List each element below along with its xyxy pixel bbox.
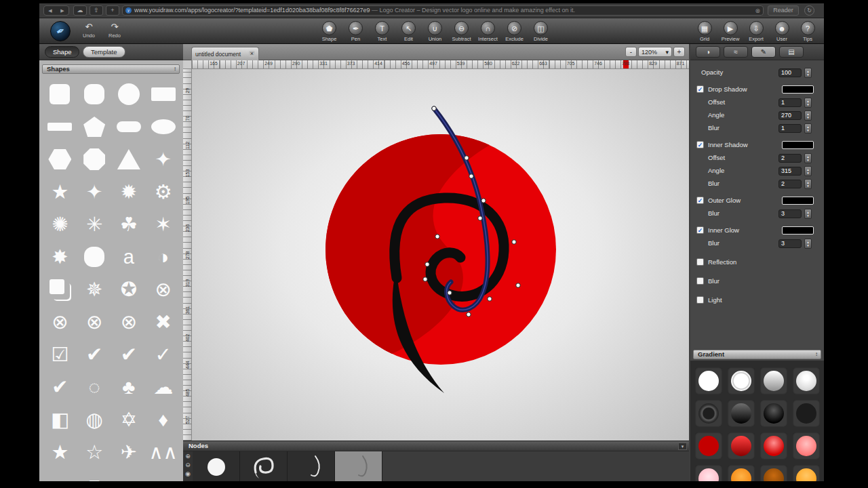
shape-sun-badge[interactable]: ✳	[79, 209, 110, 240]
gradient-dark-ring[interactable]	[695, 400, 722, 427]
gradient-white-radial[interactable]	[793, 367, 820, 394]
remove-layer[interactable]: ⊖	[184, 462, 192, 469]
offset-6-input[interactable]: 2	[778, 154, 802, 163]
shape-heavy-x[interactable]: ✖	[148, 306, 179, 338]
outer-glow-9-checkbox[interactable]: ✓	[696, 197, 704, 204]
reader-button[interactable]: Reader	[768, 5, 799, 16]
shape-rectangle[interactable]	[148, 79, 179, 110]
drop-shadow-1-color-swatch[interactable]	[782, 85, 814, 94]
opacity-0-input[interactable]: 100	[778, 68, 802, 77]
shape-half-circle[interactable]: ◑	[148, 241, 179, 272]
bezier-node[interactable]	[467, 312, 471, 317]
bezier-node[interactable]	[432, 106, 436, 110]
shape-blob-square[interactable]	[79, 241, 110, 272]
blur-8-input[interactable]: 2	[778, 180, 802, 188]
drop-shadow-1-checkbox[interactable]: ✓	[696, 85, 704, 93]
offset-2-stepper[interactable]: ▲▼	[804, 98, 812, 108]
gradient-white-linear[interactable]	[760, 367, 787, 394]
shape-star-thin[interactable]: ✶	[148, 209, 179, 240]
shape-partial-2[interactable]: ■	[79, 469, 110, 481]
layer-curve[interactable]	[288, 451, 335, 481]
shape-sphere[interactable]: ◍	[79, 404, 110, 435]
shape-club[interactable]: ♣	[113, 371, 144, 403]
canvas[interactable]	[192, 69, 689, 441]
blur-12-stepper[interactable]: ▲▼	[804, 239, 812, 249]
blur-10-input[interactable]: 3	[778, 209, 802, 218]
forward-button[interactable]	[56, 6, 68, 15]
shape-letter-a[interactable]: a	[113, 241, 144, 272]
shape-rounded-square[interactable]	[44, 79, 75, 110]
doc-style-tool[interactable]: ▤	[779, 46, 804, 58]
shape-wings[interactable]: ∧∧	[148, 436, 179, 468]
stroke-style-tool[interactable]: ≈	[724, 46, 748, 58]
blur-12-input[interactable]: 3	[778, 239, 802, 248]
tab-shape[interactable]: Shape	[45, 46, 79, 58]
shape-circle-x-2[interactable]: ⊗	[79, 306, 110, 338]
shape-circle-x-1[interactable]: ⊗	[44, 306, 75, 338]
document-tab[interactable]: untitled document ×	[191, 47, 259, 60]
scroll-arrows-icon[interactable]	[815, 350, 818, 359]
shape-cloud[interactable]: ☁	[148, 371, 179, 403]
address-bar[interactable]: ywww.youidraw.com/apps/logocreator/?temp…	[122, 5, 764, 16]
shape-star-four[interactable]: ✦	[79, 176, 110, 207]
angle-3-stepper[interactable]: ▲▼	[804, 110, 812, 121]
shape-check-circle-outline[interactable]: ✓	[148, 339, 179, 370]
shape-partial-3[interactable]: ▬	[113, 469, 144, 481]
preview-tool[interactable]: ▶Preview	[717, 21, 743, 42]
shape-circle[interactable]	[113, 79, 144, 110]
shape-diamond[interactable]: ♦	[148, 404, 179, 435]
bezier-node[interactable]	[516, 283, 520, 287]
shape-star-solid[interactable]: ★	[44, 436, 75, 468]
shape-pentagon[interactable]	[79, 111, 110, 142]
bezier-node[interactable]	[425, 262, 429, 266]
layer-circle[interactable]	[193, 451, 240, 481]
subtract-tool[interactable]: ⊖Subtract	[448, 21, 475, 42]
collapse-icon[interactable]	[678, 443, 687, 450]
shape-cube[interactable]: ◧	[44, 404, 75, 435]
shape-badge-eight[interactable]: ✹	[113, 176, 144, 207]
blur-14-checkbox[interactable]	[696, 277, 704, 285]
bezier-node[interactable]	[469, 174, 473, 178]
exclude-tool[interactable]: ⊘Exclude	[501, 21, 528, 42]
shape-check-bold[interactable]: ✔	[44, 371, 75, 403]
angle-3-input[interactable]: 270	[778, 111, 802, 120]
gradient-black-sphere[interactable]	[760, 400, 787, 427]
brush-style-tool[interactable]: ✎	[751, 46, 776, 58]
tips-tool[interactable]: ?Tips	[795, 21, 821, 42]
shape-tool[interactable]: ⬟Shape	[316, 21, 342, 42]
gradient-red-light[interactable]	[793, 432, 820, 460]
layer-current[interactable]	[335, 451, 382, 481]
shape-circle-x-3[interactable]: ⊗	[113, 306, 144, 338]
shape-check-dashed-square[interactable]: ☑	[44, 339, 75, 370]
gradient-white-solid[interactable]	[695, 367, 722, 394]
inner-glow-11-checkbox[interactable]: ✓	[696, 226, 704, 234]
offset-2-input[interactable]: 1	[778, 98, 802, 107]
shape-hexagon[interactable]	[44, 144, 75, 175]
shape-ellipse[interactable]	[148, 111, 179, 142]
shape-compass-star[interactable]: ✵	[79, 274, 110, 305]
undo-button[interactable]: Undo	[77, 22, 100, 39]
user-tool[interactable]: ☻User	[769, 21, 795, 42]
shape-circle-cross[interactable]: ⊗	[148, 274, 179, 305]
shape-check-circle-filled[interactable]: ✔	[79, 339, 110, 370]
icloud-icon[interactable]	[73, 5, 87, 16]
share-icon[interactable]	[90, 5, 103, 16]
shape-badge-star[interactable]: ✪	[113, 274, 144, 305]
shape-paper-plane[interactable]: ✈	[113, 436, 144, 468]
gradient-orange-sphere[interactable]	[760, 465, 787, 481]
inner-glow-11-color-swatch[interactable]	[782, 226, 814, 235]
close-tab-icon[interactable]: ×	[249, 51, 255, 57]
shape-starburst[interactable]: ✸	[44, 241, 75, 272]
shape-capsule[interactable]	[113, 111, 144, 142]
grid-tool[interactable]: ▦Grid	[692, 21, 717, 42]
refresh-icon[interactable]	[804, 5, 814, 16]
inner-shadow-5-checkbox[interactable]: ✓	[696, 141, 704, 148]
gradient-header[interactable]: Gradient	[693, 350, 821, 359]
scroll-arrows-icon[interactable]	[174, 65, 176, 73]
blur-4-input[interactable]: 1	[778, 124, 802, 133]
angle-7-input[interactable]: 315	[778, 167, 802, 176]
layer-options[interactable]: ◉	[184, 470, 192, 478]
shape-triangle[interactable]	[113, 144, 144, 175]
shape-check-heavy[interactable]: ✔	[113, 339, 144, 370]
gradient-red-linear[interactable]	[728, 432, 755, 460]
